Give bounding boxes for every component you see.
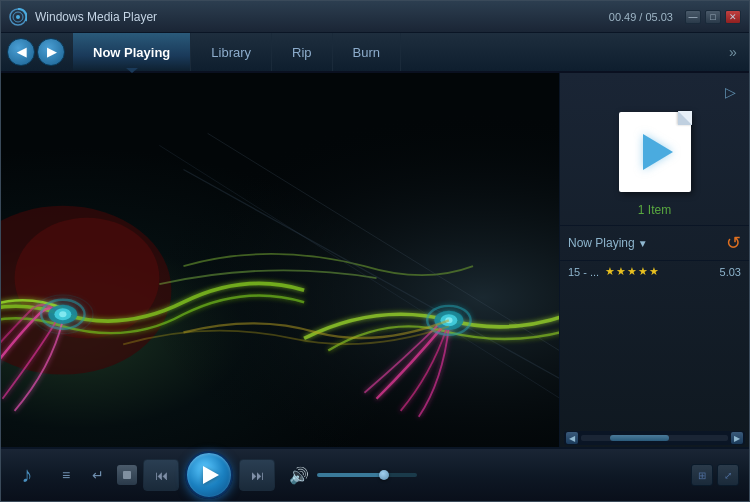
tab-now-playing[interactable]: Now Playing — [73, 33, 191, 71]
playlist-icon-container — [610, 107, 700, 197]
track-number: 15 - ... — [568, 266, 599, 278]
play-button[interactable] — [185, 451, 233, 499]
nav-back-forward-group: ◀ ▶ — [7, 38, 65, 66]
volume-button[interactable]: 🔊 — [287, 463, 311, 487]
panel-arrow-button[interactable]: ▷ — [719, 81, 741, 103]
resize-button[interactable]: ⤢ — [717, 464, 739, 486]
maximize-button[interactable]: □ — [705, 10, 721, 24]
tab-library[interactable]: Library — [191, 33, 272, 71]
right-panel: ▷ 1 Item Now Playing ▼ ↺ 15 - ... — [559, 73, 749, 447]
bottom-bar: ♪ ≡ ↵ ⏮ ⏭ 🔊 ⊞ — [1, 447, 749, 501]
media-player-window: Windows Media Player 00.49 / 05.03 — □ ✕… — [0, 0, 750, 502]
playlist-dropdown-icon: ▼ — [638, 238, 648, 249]
resize-icon: ⤢ — [724, 470, 732, 481]
stop-icon — [123, 471, 131, 479]
music-note-icon: ♪ — [11, 459, 43, 491]
scroll-thumb — [610, 435, 669, 441]
main-content: ▷ 1 Item Now Playing ▼ ↺ 15 - ... — [1, 73, 749, 447]
playlist-header: Now Playing ▼ ↺ — [560, 226, 749, 261]
visualization — [1, 73, 559, 447]
forward-button[interactable]: ▶ — [37, 38, 65, 66]
item-count: 1 Item — [638, 203, 671, 217]
viz-svg — [1, 73, 559, 447]
next-icon: ⏭ — [251, 468, 264, 483]
tab-burn[interactable]: Burn — [333, 33, 401, 71]
playlist-doc-icon — [619, 112, 691, 192]
prev-icon: ⏮ — [155, 468, 168, 483]
fullscreen-button[interactable]: ⊞ — [691, 464, 713, 486]
star-1: ★ — [605, 265, 615, 278]
scroll-right-arrow[interactable]: ▶ — [731, 432, 743, 444]
star-2: ★ — [616, 265, 626, 278]
stop-button[interactable] — [117, 465, 137, 485]
back-button[interactable]: ◀ — [7, 38, 35, 66]
window-controls: — □ ✕ — [685, 10, 741, 24]
window-title: Windows Media Player — [35, 10, 609, 24]
navigation-bar: ◀ ▶ Now Playing Library Rip Burn » — [1, 33, 749, 73]
play-icon — [203, 466, 219, 484]
track-duration: 5.03 — [720, 266, 741, 278]
previous-button[interactable]: ⏮ — [143, 459, 179, 491]
svg-point-2 — [16, 15, 20, 19]
tab-rip[interactable]: Rip — [272, 33, 333, 71]
fullscreen-icon: ⊞ — [698, 470, 706, 481]
track-row: 15 - ... ★ ★ ★ ★ ★ 5.03 — [560, 261, 749, 282]
shuffle-button[interactable]: ↺ — [726, 232, 741, 254]
star-rating[interactable]: ★ ★ ★ ★ ★ — [605, 265, 659, 278]
app-logo — [9, 8, 27, 26]
bottom-right-icons: ⊞ ⤢ — [691, 464, 739, 486]
play-triangle-icon — [643, 134, 673, 170]
playlist-label[interactable]: Now Playing ▼ — [568, 236, 648, 250]
star-5: ★ — [649, 265, 659, 278]
panel-top: ▷ 1 Item — [560, 73, 749, 226]
nav-tabs: Now Playing Library Rip Burn — [73, 33, 723, 71]
title-bar: Windows Media Player 00.49 / 05.03 — □ ✕ — [1, 1, 749, 33]
star-4: ★ — [638, 265, 648, 278]
next-button[interactable]: ⏭ — [239, 459, 275, 491]
panel-scrollbar[interactable]: ◀ ▶ — [564, 431, 745, 445]
scroll-track[interactable] — [580, 434, 729, 442]
svg-point-9 — [59, 311, 66, 317]
panel-top-row: ▷ — [568, 81, 741, 103]
return-button[interactable]: ↵ — [85, 462, 111, 488]
star-3: ★ — [627, 265, 637, 278]
menu-button[interactable]: ≡ — [53, 462, 79, 488]
time-display: 00.49 / 05.03 — [609, 11, 673, 23]
volume-slider-track[interactable] — [317, 473, 417, 477]
video-area[interactable] — [1, 73, 559, 447]
scroll-left-arrow[interactable]: ◀ — [566, 432, 578, 444]
close-button[interactable]: ✕ — [725, 10, 741, 24]
more-tabs-button[interactable]: » — [723, 37, 743, 67]
volume-slider[interactable] — [317, 473, 417, 477]
volume-slider-thumb — [379, 470, 389, 480]
minimize-button[interactable]: — — [685, 10, 701, 24]
